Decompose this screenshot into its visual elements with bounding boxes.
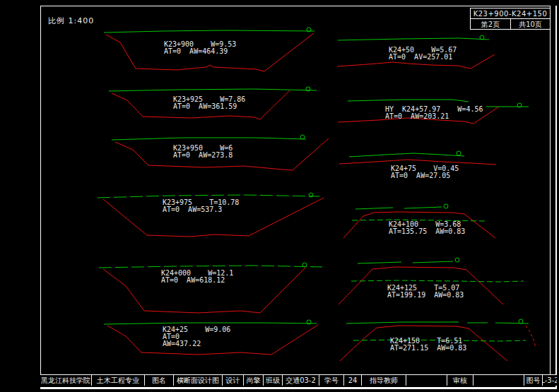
design-line: [337, 54, 495, 69]
design-line: [343, 212, 495, 238]
ground-line: [495, 323, 529, 323]
cross-sections-canvas: [0, 0, 559, 392]
design-line: [106, 33, 314, 71]
ground-line: [352, 220, 488, 221]
centerline-marker-icon: [300, 135, 305, 139]
titlebar-cell-class-val: 交通03-2: [283, 375, 319, 386]
titlebar-cell-review-key: 审核: [447, 375, 473, 386]
design-line: [338, 107, 499, 124]
titlebar-cell-design-key: 设计: [223, 375, 244, 386]
ground-line: [353, 340, 526, 341]
ground-line: [358, 262, 401, 263]
page-total: 共10页: [511, 19, 550, 30]
ground-line: [99, 266, 322, 268]
titlebar-cell-advisor-key: 指导教师: [362, 375, 406, 386]
ground-line: [355, 208, 393, 209]
ground-line: [348, 100, 469, 102]
scale-label: 比例 1:400: [48, 16, 94, 26]
titlebar-cell-figname-key: 图名: [145, 375, 174, 386]
ground-line: [346, 322, 459, 323]
design-line: [103, 198, 324, 237]
centerline-marker-icon: [455, 258, 459, 262]
page-info-box: K23+900-K24+150 第2页 共10页: [470, 8, 551, 30]
titlebar-cell-figno-val: L-3-2: [543, 375, 557, 386]
design-line: [339, 160, 496, 165]
titlebar-cell-studentid-val: 24: [344, 375, 362, 386]
ground-line: [109, 89, 317, 91]
ground-line: [349, 153, 464, 157]
titlebar-cell-school: 黑龙江科技学院: [40, 375, 92, 386]
design-line: [339, 267, 503, 304]
titlebar-cell-figno-key: 图号: [524, 375, 543, 386]
ground-line: [413, 261, 453, 263]
titlebar-cell-major: 土木工程专业: [92, 375, 145, 386]
page-number: 第2页: [471, 19, 511, 30]
centerline-marker-icon: [444, 204, 448, 208]
titlebar-cell-review-val: [473, 375, 524, 386]
titlebar-cell-design-val: 尚擎: [244, 375, 264, 386]
centerline-marker-icon: [519, 319, 523, 323]
ground-line: [404, 207, 442, 208]
design-line: [526, 326, 536, 348]
ground-line: [338, 38, 489, 40]
centerline-marker-icon: [457, 151, 461, 155]
ground-line: [104, 30, 314, 32]
design-line: [340, 326, 507, 361]
titlebar-cell-advisor-val: [406, 375, 447, 386]
titlebar-cell-studentid-key: 学号: [319, 375, 344, 386]
ground-line: [98, 195, 319, 198]
design-line: [115, 138, 329, 170]
design-line: [112, 90, 290, 119]
drawing-sheet: K23+900 W=9.53AT=0 AW=464.39K23+925 W=7.…: [0, 0, 559, 392]
station-range: K23+900-K24+150: [471, 8, 550, 19]
ground-line: [104, 323, 317, 324]
design-line: [107, 325, 318, 355]
ground-line: [351, 280, 524, 282]
titlebar-cell-figname-val: 横断面设计图: [174, 375, 223, 386]
title-bar: 黑龙江科技学院 土木工程专业 图名 横断面设计图 设计 尚擎 班级 交通03-2…: [40, 374, 557, 386]
design-line: [103, 268, 305, 313]
titlebar-cell-class-key: 班级: [264, 375, 283, 386]
ground-line: [112, 138, 306, 140]
